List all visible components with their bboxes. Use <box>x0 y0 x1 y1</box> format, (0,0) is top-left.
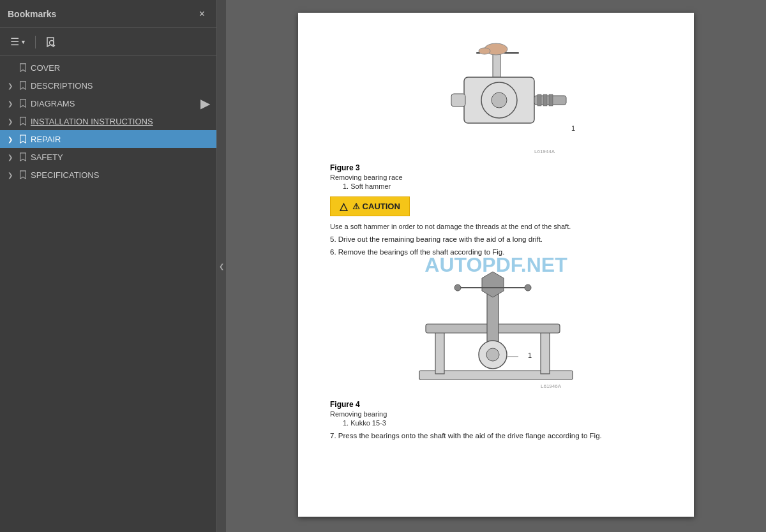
fig4-label: Figure 4 <box>330 400 662 409</box>
sidebar-item-label-repair: REPAIR <box>31 135 61 144</box>
caution-box: △ ⚠ CAUTION <box>330 196 410 216</box>
page-viewer[interactable]: AUTOPDF.NET <box>226 0 766 532</box>
collapse-handle[interactable]: ❮ <box>217 0 226 532</box>
expand-arrow-diagrams: ❯ <box>5 100 15 107</box>
sidebar-item-cover[interactable]: COVER <box>0 59 216 77</box>
figure3-svg: 1 L61944A <box>413 41 579 156</box>
fig3-caption: Removing bearing race <box>330 174 662 181</box>
bookmark-icon-installation <box>18 116 28 126</box>
sidebar-item-repair[interactable]: ❯ REPAIR <box>0 130 216 148</box>
sidebar-toolbar: ☰ ▼ <box>0 28 216 56</box>
dropdown-arrow-icon: ▼ <box>20 39 26 45</box>
main-content: AUTOPDF.NET <box>226 0 766 532</box>
bookmark-icon-repair <box>18 134 28 144</box>
expand-arrow-safety: ❯ <box>5 154 15 161</box>
svg-rect-13 <box>451 94 465 107</box>
expand-arrow-repair: ❯ <box>5 136 15 143</box>
figure4-illustration: 1 L61946A <box>330 262 662 396</box>
bookmark-icon-diagrams <box>18 98 28 108</box>
sidebar-item-label-installation: INSTALLATION INSTRUCTIONS <box>31 117 153 126</box>
caution-label: ⚠ CAUTION <box>352 202 400 211</box>
step6-text: 6. Remove the bearings off the shaft acc… <box>330 248 662 256</box>
fig4-caption: Removing bearing <box>330 410 662 418</box>
sidebar-item-installation[interactable]: ❯ INSTALLATION INSTRUCTIONS <box>0 112 216 130</box>
sidebar-item-label-diagrams: DIAGRAMS <box>31 99 75 108</box>
expand-arrow-descriptions: ❯ <box>5 82 15 89</box>
bookmark-icon-cover <box>18 63 28 73</box>
svg-rect-10 <box>537 94 541 106</box>
bookmark-icon-safety <box>18 152 28 162</box>
expand-arrow-cover <box>5 64 15 71</box>
fig3-label: Figure 3 <box>330 163 662 172</box>
fig4-item1: 1. Kukko 15-3 <box>330 419 662 427</box>
collapse-arrow-icon: ❮ <box>219 263 224 270</box>
svg-rect-18 <box>541 329 550 374</box>
list-view-button[interactable]: ☰ ▼ <box>6 33 30 50</box>
sidebar-panel: Bookmarks × ☰ ▼ COVER <box>0 0 217 532</box>
svg-point-24 <box>525 284 531 291</box>
sidebar-item-label-safety: SAFETY <box>31 152 63 162</box>
toolbar-divider <box>35 36 36 48</box>
bookmark-search-button[interactable] <box>41 34 60 50</box>
bookmark-find-icon <box>45 36 56 48</box>
svg-point-26 <box>486 348 499 361</box>
bookmark-list: COVER ❯ DESCRIPTIONS ❯ DIAGRAMS ▶ <box>0 56 216 532</box>
svg-rect-3 <box>493 53 500 77</box>
step7-text: 7. Press the bearings onto the shaft wit… <box>330 432 662 440</box>
step5-text: 5. Drive out the remaining bearing race … <box>330 235 662 243</box>
sidebar-item-label-cover: COVER <box>31 63 60 73</box>
expand-arrow-specifications: ❯ <box>5 172 15 179</box>
svg-text:L61946A: L61946A <box>541 383 562 389</box>
sidebar-item-label-descriptions: DESCRIPTIONS <box>31 81 93 91</box>
sidebar-item-specifications[interactable]: ❯ SPECIFICATIONS <box>0 166 216 184</box>
sidebar-title: Bookmarks <box>8 9 56 19</box>
svg-marker-21 <box>482 272 504 297</box>
figure4-svg: 1 L61946A <box>400 265 592 393</box>
sidebar-item-diagrams[interactable]: ❯ DIAGRAMS ▶ <box>0 94 216 112</box>
svg-point-5 <box>479 48 490 54</box>
svg-text:1: 1 <box>571 124 575 132</box>
cursor-icon: ▶ <box>200 96 210 111</box>
fig3-item1: 1. Soft hammer <box>330 182 662 190</box>
sidebar-item-label-specifications: SPECIFICATIONS <box>31 170 99 180</box>
bookmark-icon-specifications <box>18 170 28 180</box>
svg-rect-11 <box>543 94 547 106</box>
pdf-page: AUTOPDF.NET <box>298 13 694 517</box>
sidebar-item-descriptions[interactable]: ❯ DESCRIPTIONS <box>0 77 216 94</box>
figure3-illustration: 1 L61944A <box>330 38 662 159</box>
bookmark-icon-descriptions <box>18 80 28 91</box>
expand-arrow-installation: ❯ <box>5 118 15 125</box>
svg-rect-17 <box>435 329 444 374</box>
svg-rect-12 <box>549 94 553 106</box>
sidebar-item-safety[interactable]: ❯ SAFETY <box>0 148 216 166</box>
svg-point-23 <box>454 284 461 291</box>
sidebar-header: Bookmarks × <box>0 0 216 28</box>
svg-point-8 <box>492 92 507 108</box>
list-icon: ☰ <box>10 36 19 48</box>
svg-text:L61944A: L61944A <box>534 149 555 154</box>
caution-text: Use a soft hammer in order to not damage… <box>330 223 662 230</box>
caution-triangle-icon: △ <box>340 200 347 212</box>
svg-text:1: 1 <box>528 351 532 359</box>
close-button[interactable]: × <box>195 8 209 20</box>
